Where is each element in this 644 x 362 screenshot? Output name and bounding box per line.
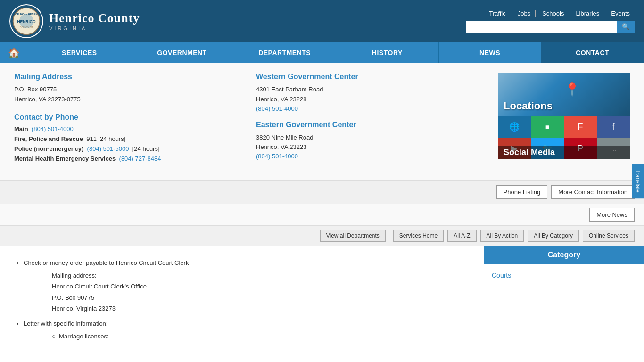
schools-link[interactable]: Schools — [537, 10, 569, 17]
more-news-bar: More News — [0, 204, 644, 226]
police-phone-link[interactable]: (804) 501-5000 — [87, 145, 129, 152]
main-bullet-list-2: Letter with specific information: — [14, 319, 470, 329]
top-right-area: Traffic Jobs Schools Libraries Events 🔍 — [466, 10, 635, 33]
western-phone-link[interactable]: (804) 501-4000 — [256, 105, 298, 112]
more-contact-button[interactable]: More Contact Information — [551, 185, 635, 199]
police-hours: [24 hours] — [132, 145, 160, 152]
city-state: Henrico, Virginia 23273 — [52, 303, 470, 314]
police-label: Police (non-emergency) — [14, 145, 83, 152]
eastern-phone-link[interactable]: (804) 501-4000 — [256, 153, 298, 160]
search-bar: 🔍 — [466, 21, 635, 33]
contact-left: Mailing Address P.O. Box 90775 Henrico, … — [14, 73, 237, 171]
jobs-link[interactable]: Jobs — [513, 10, 536, 17]
fire-label: Fire, Police and Rescue — [14, 135, 83, 142]
phone-block: Contact by Phone Main (804) 501-4000 Fir… — [14, 113, 237, 162]
category-header: Category — [484, 246, 644, 264]
main-phone-row: Main (804) 501-4000 — [14, 125, 237, 132]
main-nav: 🏠 SERVICES GOVERNMENT DEPARTMENTS HISTOR… — [0, 42, 644, 63]
sub-bullet-1: ○ Marriage licenses: — [52, 331, 470, 342]
main-label: Main — [14, 125, 28, 132]
eastern-addr1: 3820 Nine Mile Road — [256, 133, 479, 143]
western-center-block: Western Government Center 4301 East Parh… — [256, 73, 479, 112]
fire-phone: 911 [24 hours] — [86, 135, 125, 142]
nav-home[interactable]: 🏠 — [0, 42, 28, 63]
facebook-icon[interactable]: f — [597, 116, 630, 138]
logo-text: Henrico County VIRGINIA — [49, 11, 140, 31]
site-subtitle: VIRGINIA — [49, 25, 140, 31]
bullet-item-2: Letter with specific information: — [24, 319, 470, 329]
phone-listing-button[interactable]: Phone Listing — [496, 185, 548, 199]
bottom-area: Check or money order payable to Henrico … — [0, 246, 644, 352]
site-name: Henrico County — [49, 11, 140, 25]
foursquare-icon[interactable]: F — [564, 116, 597, 138]
services-home-button[interactable]: Services Home — [393, 230, 444, 242]
online-services-button[interactable]: Online Services — [583, 230, 635, 242]
main-content: Check or money order payable to Henrico … — [0, 246, 484, 352]
eastern-addr2: Henrico, VA 23223 — [256, 142, 479, 152]
search-input[interactable] — [466, 21, 617, 33]
locations-label: Locations — [498, 96, 558, 116]
right-sidebar: Category Courts — [484, 246, 644, 352]
translate-button[interactable]: Translate — [632, 164, 644, 198]
western-title: Western Government Center — [256, 73, 479, 81]
po-box: P.O. Box 90775 — [52, 292, 470, 303]
top-links: Traffic Jobs Schools Libraries Events — [484, 10, 635, 17]
main-bullet-list: Check or money order payable to Henrico … — [14, 258, 470, 268]
nav-services[interactable]: SERVICES — [28, 42, 131, 63]
mental-phone-row: Mental Health Emergency Services (804) 7… — [14, 155, 237, 162]
mailing-indent: Mailing address: Henrico Circuit Court C… — [52, 270, 470, 314]
events-link[interactable]: Events — [606, 10, 635, 17]
contact-right: Western Government Center 4301 East Parh… — [256, 73, 479, 171]
mailing-address-block: Mailing Address P.O. Box 90775 Henrico, … — [14, 73, 237, 105]
category-content: Courts — [484, 264, 644, 287]
bullet-item-1: Check or money order payable to Henrico … — [24, 258, 470, 268]
libraries-link[interactable]: Libraries — [571, 10, 604, 17]
eastern-title: Eastern Government Center — [256, 121, 479, 129]
services-bar: View all Departments Services Home All A… — [0, 226, 644, 246]
social-cell-2[interactable]: ■ — [531, 116, 564, 138]
more-news-button[interactable]: More News — [589, 208, 635, 222]
site-header: SINCE 1634 • HENRICO • HENRICO COUNTY, V… — [0, 0, 644, 42]
nav-departments[interactable]: DEPARTMENTS — [233, 42, 336, 63]
search-button[interactable]: 🔍 — [617, 21, 635, 33]
locations-widget[interactable]: 📍 Locations — [498, 73, 630, 116]
courts-link[interactable]: Courts — [492, 272, 511, 279]
social-widget: 🌐 ■ F f ▶ 🐦 P ... Social Media — [498, 116, 630, 159]
office-name: Henrico Circuit Court Clerk's Office — [52, 281, 470, 292]
nav-contact[interactable]: CONTACT — [541, 42, 644, 63]
nav-history[interactable]: HISTORY — [336, 42, 439, 63]
mental-phone-link[interactable]: (804) 727-8484 — [119, 155, 161, 162]
main-phone-link[interactable]: (804) 501-4000 — [32, 125, 74, 132]
svg-text:COUNTY, VA: COUNTY, VA — [20, 26, 33, 29]
contact-buttons-bar: Phone Listing More Contact Information — [0, 181, 644, 204]
western-addr1: 4301 East Parham Road — [256, 85, 479, 95]
logo-circle: SINCE 1634 • HENRICO • HENRICO COUNTY, V… — [9, 4, 43, 38]
all-az-button[interactable]: All A-Z — [447, 230, 476, 242]
mailing-line1: P.O. Box 90775 — [14, 85, 237, 95]
all-by-category-button[interactable]: All By Category — [528, 230, 579, 242]
fire-phone-row: Fire, Police and Rescue 911 [24 hours] — [14, 135, 237, 142]
mental-label: Mental Health Emergency Services — [14, 155, 116, 162]
svg-text:HENRICO: HENRICO — [17, 19, 36, 24]
all-by-action-button[interactable]: All By Action — [480, 230, 524, 242]
nav-news[interactable]: NEWS — [439, 42, 542, 63]
contact-panel: Mailing Address P.O. Box 90775 Henrico, … — [0, 63, 644, 181]
home-icon: 🏠 — [8, 47, 20, 58]
map-pin-icon: 📍 — [564, 82, 580, 98]
sub-bullet-indent: ○ Marriage licenses: — [52, 331, 470, 342]
sidebar-widgets: 📍 Locations 🌐 ■ F f ▶ 🐦 P ... Social Med… — [498, 73, 630, 171]
police-phone-row: Police (non-emergency) (804) 501-5000 [2… — [14, 145, 237, 152]
phone-title: Contact by Phone — [14, 113, 237, 122]
eastern-center-block: Eastern Government Center 3820 Nine Mile… — [256, 121, 479, 160]
mailing-line2: Henrico, VA 23273-0775 — [14, 95, 237, 105]
traffic-link[interactable]: Traffic — [484, 10, 511, 17]
mailing-title: Mailing Address — [14, 73, 237, 81]
nav-government[interactable]: GOVERNMENT — [131, 42, 234, 63]
mailing-label: Mailing address: — [52, 270, 470, 281]
social-cell-1[interactable]: 🌐 — [498, 116, 531, 138]
view-all-departments-button[interactable]: View all Departments — [320, 230, 386, 242]
western-addr2: Henrico, VA 23228 — [256, 95, 479, 105]
social-label: Social Media — [498, 146, 630, 159]
logo-area: SINCE 1634 • HENRICO • HENRICO COUNTY, V… — [9, 4, 140, 38]
